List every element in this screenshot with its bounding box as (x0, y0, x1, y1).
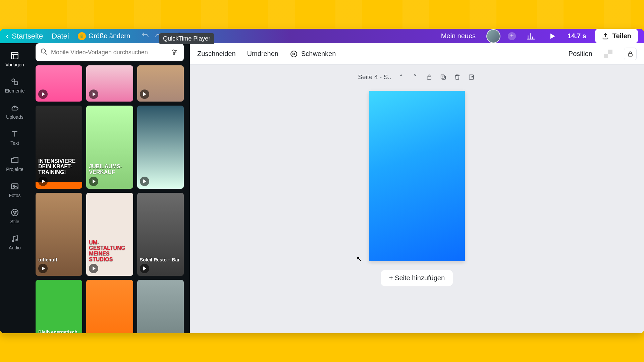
template-thumb[interactable] (36, 65, 82, 102)
page-bar: Seite 4 - S.. ˄ ˅ (358, 73, 476, 81)
position-button[interactable]: Position (569, 50, 592, 58)
play-badge-icon (89, 264, 98, 273)
rail-item-projekte[interactable]: Projekte (0, 151, 30, 176)
template-search (36, 43, 184, 61)
expand-page-icon[interactable] (467, 73, 476, 81)
page-lock-icon[interactable] (425, 73, 434, 81)
template-thumb[interactable] (137, 280, 184, 333)
svg-point-1 (12, 79, 15, 82)
crown-icon: ♛ (78, 32, 86, 40)
play-badge-icon (140, 89, 149, 99)
add-page-button[interactable]: + Seite hinzufügen (381, 270, 453, 286)
cursor-icon: ↖ (356, 255, 362, 263)
template-thumb-label: JUBILÄUMS-VERKAUF (89, 164, 130, 175)
share-button[interactable]: Teilen (595, 29, 638, 43)
upload-icon (602, 33, 609, 40)
template-thumb[interactable]: INTENSIVIERE DEIN KRAFT-TRAINING! (36, 106, 82, 189)
rail-item-fotos[interactable]: Fotos (0, 177, 30, 202)
rail-label: Uploads (6, 114, 23, 120)
play-badge-icon (140, 264, 149, 273)
main-area: Vorlagen Elemente Uploads Text Projekte … (0, 43, 644, 333)
back-home[interactable]: ‹ Startseite (6, 32, 43, 41)
pan-button[interactable]: Schwenken (290, 50, 336, 58)
templates-icon (10, 51, 20, 61)
undo-icon[interactable] (141, 31, 150, 41)
pan-icon (290, 50, 298, 58)
desktop-background-bottom (0, 333, 644, 362)
templates-panel: INTENSIVIERE DEIN KRAFT-TRAINING!JUBILÄU… (30, 43, 190, 333)
template-thumb[interactable]: JUBILÄUMS-VERKAUF (86, 106, 133, 189)
file-menu[interactable]: Datei (52, 32, 69, 41)
play-badge-icon (140, 177, 149, 186)
rail-label: Audio (9, 245, 21, 250)
canvas-page[interactable] (369, 91, 465, 261)
svg-point-13 (175, 52, 176, 53)
project-name[interactable]: Mein neues (441, 32, 476, 40)
template-thumb[interactable] (137, 106, 184, 189)
svg-point-9 (12, 240, 13, 241)
rail-item-text[interactable]: Text (0, 125, 30, 150)
page-up-icon[interactable]: ˄ (397, 73, 406, 81)
elements-icon (10, 77, 20, 87)
page-down-icon[interactable]: ˅ (411, 73, 420, 81)
rail-item-uploads[interactable]: Uploads (0, 99, 30, 124)
rail-item-audio[interactable]: Audio (0, 230, 30, 254)
rail-label: Text (10, 140, 19, 146)
share-label: Teilen (612, 32, 631, 40)
template-thumb-label: INTENSIVIERE DEIN KRAFT-TRAINING! (38, 159, 79, 175)
page-label[interactable]: Seite 4 - S.. (358, 73, 391, 81)
duration-label: 14.7 s (568, 32, 586, 40)
rail-label: Projekte (6, 167, 23, 172)
app-header: ‹ Startseite Datei ♛ Größe ändern QuickT… (0, 29, 644, 43)
template-thumb[interactable]: IN SZENE SETZEN (86, 280, 133, 333)
transparency-icon[interactable] (604, 50, 612, 58)
svg-rect-23 (441, 75, 444, 78)
analytics-icon[interactable] (525, 30, 537, 43)
svg-rect-19 (608, 54, 612, 58)
rail-label: Fotos (9, 193, 20, 198)
play-badge-icon (89, 177, 98, 186)
svg-point-5 (11, 209, 18, 216)
add-collaborator-button[interactable]: + (508, 32, 516, 40)
delete-page-icon[interactable] (453, 73, 462, 81)
resize-menu[interactable]: ♛ Größe ändern (78, 32, 130, 40)
play-icon[interactable] (546, 30, 559, 43)
template-thumb-label: Bleib energetisch und hydriert mit dem B… (38, 330, 79, 333)
canvas-area[interactable]: Seite 4 - S.. ˄ ˅ + Seite hinzufügen ˄ (190, 65, 644, 333)
rail-label: Vorlagen (5, 62, 24, 67)
template-thumb[interactable] (86, 65, 133, 102)
home-link-label: Startseite (12, 32, 43, 41)
template-thumb-label: UM-GESTALTUNG MEINES STUDIOS (89, 240, 130, 262)
avatar[interactable] (486, 29, 500, 43)
svg-point-14 (173, 54, 175, 55)
template-thumb[interactable] (137, 65, 184, 102)
template-thumb[interactable]: tuffenuff (36, 193, 82, 276)
crop-button[interactable]: Zuschneiden (197, 50, 236, 58)
template-grid[interactable]: INTENSIVIERE DEIN KRAFT-TRAINING!JUBILÄU… (30, 65, 190, 333)
svg-point-8 (14, 213, 15, 214)
template-thumb[interactable]: Bleib energetisch und hydriert mit dem B… (36, 280, 82, 333)
play-badge-icon (38, 264, 48, 273)
svg-point-15 (291, 51, 297, 57)
lock-icon[interactable] (624, 48, 637, 60)
filter-icon[interactable] (170, 48, 179, 57)
search-input[interactable] (51, 49, 166, 56)
app-window: ‹ Startseite Datei ♛ Größe ändern QuickT… (0, 29, 644, 333)
play-badge-icon (38, 177, 48, 186)
svg-point-10 (16, 239, 17, 241)
audio-icon (10, 234, 20, 244)
text-icon (10, 129, 20, 139)
uploads-icon (10, 103, 20, 113)
rail-item-stile[interactable]: Stile (0, 203, 30, 228)
projects-icon (10, 155, 20, 165)
pan-label: Schwenken (301, 50, 336, 58)
flip-button[interactable]: Umdrehen (247, 50, 278, 58)
resize-label: Größe ändern (89, 32, 130, 40)
styles-icon (10, 207, 20, 218)
rail-item-elemente[interactable]: Elemente (0, 73, 30, 98)
template-thumb[interactable]: Soleil Resto – Bar (137, 193, 184, 276)
duplicate-page-icon[interactable] (439, 73, 448, 81)
template-thumb[interactable]: UM-GESTALTUNG MEINES STUDIOS (86, 193, 133, 276)
rail-item-vorlagen[interactable]: Vorlagen (0, 47, 30, 71)
canvas-toolbar: Zuschneiden Umdrehen Schwenken Position (190, 43, 644, 65)
